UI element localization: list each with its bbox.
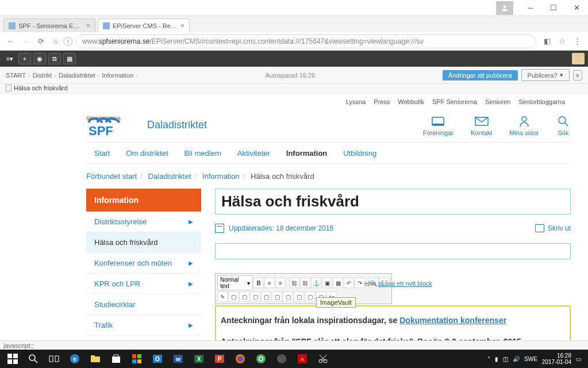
quick-minasidor[interactable]: Mina sidor — [509, 116, 539, 136]
publish-button[interactable]: Publicera?▾ — [521, 69, 570, 81]
rte-numbered[interactable]: ≡ — [275, 278, 286, 288]
util-link[interactable]: Press — [374, 98, 390, 111]
window-close[interactable]: ✕ — [565, 0, 588, 16]
nav-reload[interactable]: ⟳ — [33, 34, 48, 49]
sidebar-item[interactable]: Distriktsstyrelse▶ — [86, 212, 201, 232]
taskbar-store[interactable] — [106, 351, 126, 367]
rte-btn[interactable]: ▢ — [294, 292, 304, 302]
nav-utbildning[interactable]: Utbildning — [335, 143, 385, 163]
cms-menu-icon[interactable]: ≡▾ — [3, 53, 16, 64]
rte-format-select[interactable]: Normal text▾ — [217, 275, 253, 290]
sidebar-item[interactable]: KPR och LPR▶ — [86, 274, 201, 294]
util-link[interactable]: Webbutik — [398, 98, 424, 111]
sidebar-item[interactable]: Studiecirklar — [86, 294, 201, 315]
taskbar-powerpoint[interactable]: P — [209, 351, 230, 367]
tray-lang[interactable]: SWE — [524, 356, 537, 362]
view-options-button[interactable]: ≡ — [573, 70, 582, 80]
changes-to-publish-button[interactable]: Ändringar att publicera — [443, 70, 518, 80]
nav-blimedlem[interactable]: Bli medlem — [176, 143, 229, 163]
user-account-icon[interactable] — [496, 1, 513, 15]
quick-kontakt[interactable]: Kontakt — [471, 116, 492, 136]
rte-btn[interactable]: ▢ — [228, 292, 239, 302]
nav-aktiviteter[interactable]: Aktiviteter — [229, 143, 278, 163]
start-button[interactable] — [2, 351, 23, 367]
util-link[interactable]: Senioren — [485, 98, 510, 111]
rte-anchor[interactable]: ⚓ — [311, 278, 321, 288]
util-link[interactable]: Seniorbloggarna — [518, 98, 565, 111]
tab-close-icon[interactable]: × — [86, 22, 90, 30]
window-maximize[interactable]: ☐ — [542, 0, 565, 16]
district-name[interactable]: Daladistriktet — [147, 119, 207, 131]
cms-screen-icon[interactable]: ⧉ — [48, 53, 61, 64]
taskbar-excel[interactable]: X — [189, 351, 209, 367]
nav-omdistriktet[interactable]: Om distriktet — [118, 143, 176, 163]
site-info-icon[interactable]: i — [63, 37, 72, 46]
nav-home[interactable]: ⌂ — [48, 34, 63, 49]
tray-battery-icon[interactable]: ▮ — [495, 356, 498, 362]
taskbar-app[interactable] — [126, 351, 147, 367]
taskbar-acrobat[interactable]: A — [292, 351, 313, 367]
cms-add-icon[interactable]: + — [18, 53, 31, 64]
sidebar-item[interactable]: Trafik▶ — [86, 315, 201, 336]
window-minimize[interactable]: ─ — [519, 0, 542, 16]
rte-link[interactable]: ⛓ — [289, 278, 299, 288]
cms-preview-icon[interactable]: ◉ — [33, 53, 46, 64]
heading-editable[interactable]: Hälsa och friskvård — [215, 189, 571, 214]
doc-link[interactable]: Dokumentation konferenser — [399, 316, 506, 325]
site-logo[interactable]: SENIORERNA SPF — [86, 112, 138, 136]
address-bar[interactable]: www.spfseniorerna.se/EPiServer/CMS/#cont… — [76, 34, 536, 48]
taskbar-outlook[interactable]: O — [147, 351, 168, 367]
nav-start[interactable]: Start — [86, 143, 118, 163]
task-view-icon[interactable] — [44, 351, 64, 367]
taskbar-firefox[interactable] — [230, 351, 251, 367]
taskbar-edge[interactable]: e — [64, 351, 85, 367]
browser-tab[interactable]: SPF - Seniorerna Episerv… × — [3, 18, 95, 32]
tray-volume-icon[interactable]: 🔊 — [513, 356, 520, 362]
nav-forward[interactable]: → — [18, 34, 33, 49]
view-mode-icon[interactable]: ◧ — [540, 34, 555, 49]
taskbar-chrome[interactable] — [251, 351, 271, 367]
quick-sok[interactable]: Sök — [556, 116, 571, 136]
print-link[interactable]: Skriv ut — [535, 224, 571, 232]
rte-bold[interactable]: B — [253, 278, 264, 288]
rte-btn[interactable]: ▢ — [272, 292, 282, 302]
taskbar-snip[interactable] — [313, 351, 333, 367]
cms-assets-icon[interactable] — [572, 53, 585, 64]
search-taskbar-icon[interactable] — [23, 351, 44, 367]
crumb-link[interactable]: Daladistriktet — [148, 172, 191, 181]
rte-bullets[interactable]: ≡ — [264, 278, 275, 288]
crumb-link[interactable]: Information — [202, 172, 240, 181]
util-link[interactable]: SPF Seniorerna — [432, 98, 477, 111]
rte-unlink[interactable]: ⛓ — [300, 278, 310, 288]
rte-btn[interactable]: ▢ — [283, 292, 293, 302]
tray-clock[interactable]: 16:28 2017-01-04 — [542, 352, 571, 365]
browser-menu-icon[interactable]: ⋮ — [570, 34, 585, 49]
create-block-link[interactable]: skapa ett nytt block — [378, 280, 432, 287]
system-tray[interactable]: ˄ ▮ ◫ 🔊 SWE 16:28 2017-01-04 ▭ — [487, 352, 586, 365]
tray-chevron-icon[interactable]: ˄ — [487, 356, 490, 362]
rte-btn[interactable]: ▢ — [305, 292, 315, 302]
rte-redo[interactable]: ↷ — [355, 278, 365, 288]
quick-foreningar[interactable]: Föreningar — [423, 116, 454, 136]
taskbar-app2[interactable] — [271, 351, 292, 367]
crumb-link[interactable]: Förbundet start — [86, 172, 137, 181]
bookmark-icon[interactable]: ☆ — [555, 34, 570, 49]
rte-btn[interactable]: ▢ — [250, 292, 260, 302]
nav-back[interactable]: ← — [3, 34, 18, 49]
cms-grid-icon[interactable]: ▦ — [63, 53, 76, 64]
nav-information[interactable]: Information — [278, 143, 336, 163]
tray-notifications-icon[interactable]: ▭ — [576, 356, 581, 362]
rte-edit[interactable]: ✎ — [217, 292, 228, 302]
taskbar-word[interactable]: W — [168, 351, 189, 367]
tab-close-icon[interactable]: × — [180, 22, 185, 30]
empty-content-block[interactable] — [215, 243, 571, 259]
tray-network-icon[interactable]: ◫ — [503, 356, 508, 362]
taskbar-explorer[interactable] — [85, 351, 106, 367]
rte-media[interactable]: ▦ — [333, 278, 343, 288]
rte-btn[interactable]: ▢ — [239, 292, 249, 302]
rte-image[interactable]: ▣ — [322, 278, 332, 288]
rte-undo[interactable]: ↶ — [344, 278, 354, 288]
rte-btn[interactable]: ▢ — [261, 292, 271, 302]
sidebar-item-active[interactable]: Hälsa och friskvård — [86, 232, 201, 253]
browser-tab-active[interactable]: EPiServer CMS - Rediger… × — [98, 18, 190, 32]
